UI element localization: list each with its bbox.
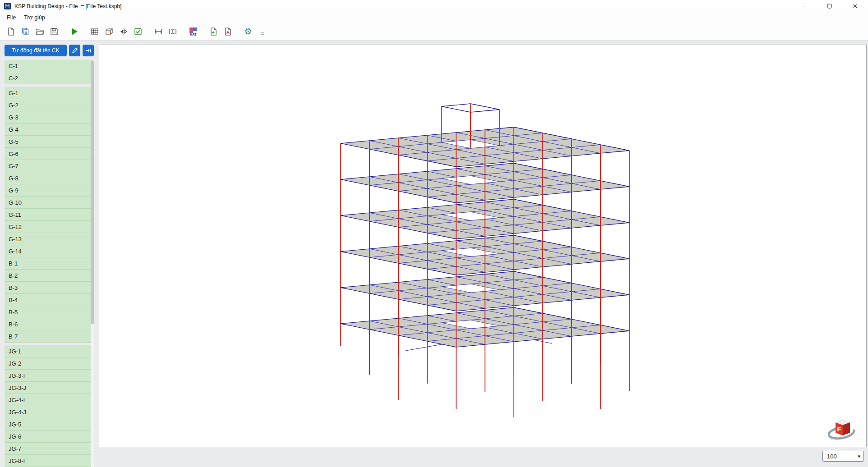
svg-text:S: S	[25, 30, 27, 34]
section-dimension-button[interactable]	[166, 25, 179, 38]
member-list-item[interactable]: JG-7	[5, 443, 94, 455]
svg-text:F: F	[837, 425, 841, 433]
member-list-item[interactable]: B-1	[5, 257, 94, 270]
sidebar-scrollbar[interactable]	[91, 60, 94, 467]
check-model-button[interactable]	[132, 25, 144, 38]
member-list-item[interactable]: B-5	[5, 306, 94, 318]
member-list-item[interactable]: JG-4-I	[5, 394, 94, 406]
grid-table-icon	[90, 27, 99, 36]
member-list-item[interactable]: C-2	[5, 72, 94, 84]
member-list-item[interactable]: G-7	[5, 160, 94, 172]
member-list-item[interactable]: G-13	[5, 233, 94, 245]
menu-item-help[interactable]: Trợ giúp	[20, 13, 49, 22]
model-viewport[interactable]: F	[99, 45, 867, 447]
member-list-item[interactable]: JG-3-J	[5, 382, 94, 394]
member-list-item[interactable]: JG-5	[5, 418, 94, 430]
chevron-down-icon: ▾	[858, 453, 860, 459]
member-list-item[interactable]: G-8	[5, 172, 94, 184]
materials-icon: MAT	[188, 27, 198, 37]
sidebar-scrollbar-thumb[interactable]	[91, 60, 94, 324]
sidebar-controls: Tự động đặt tên CK	[5, 45, 94, 56]
member-list-item[interactable]: B-3	[5, 282, 94, 294]
rename-button[interactable]	[69, 45, 80, 56]
menu-bar: FileTrợ giúp	[0, 12, 868, 23]
app-icon	[4, 3, 11, 9]
member-list-item[interactable]: G-2	[5, 99, 94, 111]
main-toolbar: SMATA⚙	[0, 23, 868, 41]
report-doc-icon: A	[223, 27, 232, 36]
frame-model-icon	[105, 27, 114, 36]
member-list-item[interactable]: B-6	[5, 318, 94, 330]
settings-button[interactable]: ⚙	[242, 25, 254, 38]
new-file-icon	[6, 27, 15, 36]
zoom-value: 100	[827, 453, 837, 460]
toggle-panel-button[interactable]	[83, 45, 94, 56]
member-group-columns: C-1C-2	[5, 60, 94, 84]
close-button[interactable]	[842, 0, 868, 12]
member-list-item[interactable]: JG-1	[5, 345, 94, 357]
dimension-icon	[154, 27, 163, 36]
run-analysis-icon	[70, 27, 79, 36]
member-list-item[interactable]: G-11	[5, 209, 94, 221]
svg-text:A: A	[226, 30, 230, 35]
svg-text:MAT: MAT	[190, 33, 197, 36]
member-list: C-1C-2G-1G-2G-3G-4G-5G-6G-7G-8G-9G-10G-1…	[5, 60, 94, 467]
title-bar: KSP Building Design - File := [File Test…	[0, 0, 868, 12]
member-list-item[interactable]: JG-8-I	[5, 455, 94, 467]
dimension-button[interactable]	[152, 25, 165, 38]
save-file-button[interactable]	[48, 25, 60, 38]
toolbar-overflow-button[interactable]	[256, 25, 269, 38]
member-list-item[interactable]: JG-3-I	[5, 370, 94, 382]
toolbar-separator	[146, 25, 150, 38]
window-controls	[791, 0, 868, 12]
member-list-item[interactable]: G-1	[5, 87, 94, 99]
minimize-button[interactable]	[791, 0, 817, 12]
toolbar-separator	[181, 25, 185, 38]
member-list-item[interactable]: C-1	[5, 60, 94, 72]
export-doc-icon	[209, 27, 218, 36]
copy-model-button[interactable]: S	[19, 25, 32, 38]
auto-name-button[interactable]: Tự động đặt tên CK	[5, 45, 67, 56]
save-file-icon	[50, 27, 59, 36]
member-list-item[interactable]: G-5	[5, 136, 94, 148]
member-list-item[interactable]: G-6	[5, 148, 94, 160]
member-list-item[interactable]: G-12	[5, 221, 94, 233]
section-dimension-icon	[168, 27, 177, 36]
zoom-select[interactable]: 100 ▾	[822, 451, 864, 462]
open-file-icon	[35, 27, 44, 36]
member-list-item[interactable]: G-3	[5, 111, 94, 124]
overflow-icon	[260, 27, 265, 36]
member-list-item[interactable]: JG-6	[5, 430, 94, 443]
toolbar-separator	[236, 25, 240, 38]
mirror-button[interactable]	[117, 25, 130, 38]
arrow-to-bar-icon	[85, 47, 92, 54]
member-list-item[interactable]: G-10	[5, 197, 94, 209]
check-model-icon	[134, 27, 143, 36]
grid-table-button[interactable]	[88, 25, 101, 38]
settings-icon: ⚙	[244, 27, 252, 36]
toolbar-separator	[83, 25, 87, 38]
app-logo: F	[826, 414, 856, 441]
open-file-button[interactable]	[33, 25, 46, 38]
member-list-item[interactable]: JG-2	[5, 357, 94, 370]
member-list-item[interactable]: G-14	[5, 245, 94, 257]
materials-button[interactable]: MAT	[187, 25, 199, 38]
building-model-drawing	[99, 45, 866, 447]
pencil-icon	[72, 47, 78, 54]
workspace: Tự động đặt tên CK C-1C-2G-1G-2G-3G-4G-5…	[0, 41, 868, 467]
run-analysis-button[interactable]	[68, 25, 81, 38]
frame-model-button[interactable]	[103, 25, 115, 38]
maximize-button[interactable]	[817, 0, 842, 12]
member-list-item[interactable]: B-4	[5, 294, 94, 306]
member-list-item[interactable]: JG-4-J	[5, 406, 94, 418]
member-list-item[interactable]: G-9	[5, 184, 94, 197]
export-document-button[interactable]	[207, 25, 220, 38]
report-document-button[interactable]: A	[222, 25, 234, 38]
member-list-item[interactable]: B-7	[5, 330, 94, 343]
mirror-icon	[119, 27, 128, 36]
toolbar-separator	[62, 25, 66, 38]
menu-item-file[interactable]: File	[3, 13, 20, 22]
new-file-button[interactable]	[5, 25, 17, 38]
member-list-item[interactable]: B-2	[5, 270, 94, 282]
member-list-item[interactable]: G-4	[5, 124, 94, 136]
